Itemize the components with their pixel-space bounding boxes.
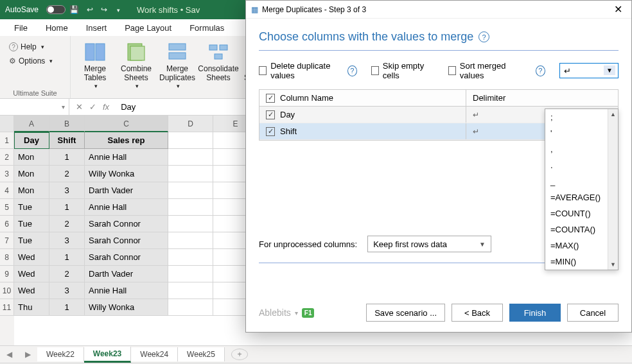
cell[interactable]: Thu — [14, 299, 49, 316]
row-header[interactable]: 11 — [0, 299, 14, 316]
row-header[interactable]: 5 — [0, 199, 14, 216]
help-button[interactable]: ?Help — [6, 41, 47, 53]
cell[interactable]: Day — [14, 132, 49, 149]
cell[interactable]: Wed — [14, 282, 49, 299]
unprocessed-select[interactable]: Keep first rows data▼ — [367, 236, 491, 252]
cell[interactable] — [168, 232, 213, 249]
cell[interactable] — [168, 216, 213, 232]
cell[interactable]: Tue — [14, 199, 49, 216]
skip-empty-checkbox[interactable]: Skip empty cells — [371, 61, 434, 80]
cell[interactable]: 3 — [49, 232, 85, 249]
sheet-tab[interactable]: Week24 — [131, 347, 178, 361]
column-header[interactable]: B — [49, 116, 85, 132]
cell[interactable] — [168, 182, 213, 199]
cell[interactable]: Annie Hall — [85, 199, 168, 216]
cell[interactable]: 2 — [49, 266, 85, 282]
column-header[interactable]: A — [14, 116, 49, 132]
select-all-corner[interactable] — [0, 116, 14, 132]
cell[interactable] — [168, 166, 213, 182]
cell[interactable] — [168, 282, 213, 299]
cell[interactable]: Tue — [14, 232, 49, 249]
cell[interactable]: Mon — [14, 149, 49, 166]
menu-insert[interactable]: Insert — [77, 21, 116, 35]
qat-dropdown-icon[interactable] — [115, 5, 120, 14]
undo-icon[interactable]: ↩ — [87, 5, 93, 14]
cell[interactable]: Wed — [14, 266, 49, 282]
cell[interactable] — [168, 299, 213, 316]
cell[interactable] — [168, 266, 213, 282]
save-icon[interactable]: 💾 — [69, 5, 79, 14]
cell[interactable]: Sales rep — [85, 132, 168, 149]
row-header[interactable]: 4 — [0, 182, 14, 199]
help-icon[interactable]: ? — [478, 31, 489, 42]
cell[interactable]: 3 — [49, 182, 85, 199]
column-header[interactable]: D — [168, 116, 213, 132]
scroll-up-icon[interactable]: ▲ — [608, 109, 618, 119]
help-icon[interactable]: ? — [347, 65, 357, 76]
cell[interactable]: Tue — [14, 216, 49, 232]
brand-label[interactable]: Ablebits ▾ F1 — [259, 308, 314, 318]
cell[interactable] — [168, 249, 213, 266]
cell[interactable]: Darth Vader — [85, 182, 168, 199]
cell[interactable]: Shift — [49, 132, 85, 149]
cell[interactable]: Willy Wonka — [85, 166, 168, 182]
cell[interactable]: Mon — [14, 166, 49, 182]
row-header[interactable]: 8 — [0, 249, 14, 266]
scroll-down-icon[interactable]: ▼ — [608, 259, 618, 270]
accept-formula-icon[interactable]: ✓ — [89, 102, 96, 112]
scrollbar[interactable]: ▲▼ — [608, 109, 618, 270]
row-checkbox[interactable] — [266, 127, 275, 136]
dialog-titlebar[interactable]: ▦Merge Duplicates - Step 3 of 3 ✕ — [246, 1, 631, 19]
cell[interactable] — [168, 199, 213, 216]
menu-page-layout[interactable]: Page Layout — [116, 21, 180, 35]
cell[interactable]: Mon — [14, 182, 49, 199]
options-button[interactable]: ⚙Options — [6, 55, 55, 67]
row-checkbox[interactable] — [266, 110, 275, 119]
delete-duplicates-checkbox[interactable]: Delete duplicate values? — [259, 61, 357, 80]
cell[interactable]: 2 — [49, 216, 85, 232]
cell[interactable]: Annie Hall — [85, 149, 168, 166]
finish-button[interactable]: Finish — [509, 304, 561, 322]
menu-home[interactable]: Home — [37, 21, 77, 35]
save-scenario-button[interactable]: Save scenario ... — [366, 304, 445, 322]
cell[interactable]: Sarah Connor — [85, 232, 168, 249]
merge-duplicates-button[interactable]: Merge Duplicates — [159, 39, 195, 89]
sheet-tab[interactable]: Week22 — [37, 347, 84, 361]
combine-sheets-button[interactable]: Combine Sheets — [118, 39, 154, 89]
row-header[interactable]: 2 — [0, 149, 14, 166]
cell[interactable]: 1 — [49, 299, 85, 316]
sort-merged-checkbox[interactable]: Sort merged values — [448, 61, 522, 80]
row-header[interactable]: 6 — [0, 216, 14, 232]
name-box[interactable]: ▾ — [0, 99, 69, 115]
cell[interactable]: Wed — [14, 249, 49, 266]
row-header[interactable]: 10 — [0, 282, 14, 299]
cell[interactable]: Sarah Connor — [85, 216, 168, 232]
add-sheet-button[interactable]: + — [231, 349, 248, 360]
close-button[interactable]: ✕ — [610, 3, 626, 15]
cell[interactable]: 2 — [49, 166, 85, 182]
column-header[interactable]: C — [85, 116, 168, 132]
cell[interactable]: 1 — [49, 199, 85, 216]
cell[interactable]: Darth Vader — [85, 266, 168, 282]
select-all-checkbox[interactable] — [266, 94, 275, 103]
cancel-formula-icon[interactable]: ✕ — [76, 102, 83, 112]
row-header[interactable]: 3 — [0, 166, 14, 182]
fx-icon[interactable]: fx — [103, 102, 109, 112]
cell[interactable]: Sarah Connor — [85, 249, 168, 266]
cell[interactable] — [168, 132, 213, 149]
consolidate-sheets-button[interactable]: Consolidate Sheets — [200, 39, 236, 83]
row-header[interactable]: 1 — [0, 132, 14, 149]
autosave-toggle[interactable] — [46, 5, 66, 14]
sheet-tab[interactable]: Week23 — [84, 347, 131, 363]
cell[interactable]: Willy Wonka — [85, 299, 168, 316]
menu-file[interactable]: File — [5, 21, 37, 35]
cell[interactable]: 1 — [49, 149, 85, 166]
cell[interactable]: 1 — [49, 249, 85, 266]
sheet-tab[interactable]: Week25 — [178, 347, 225, 361]
menu-formulas[interactable]: Formulas — [180, 21, 233, 35]
row-header[interactable]: 9 — [0, 266, 14, 282]
redo-icon[interactable]: ↪ — [101, 5, 107, 14]
help-icon[interactable]: ? — [536, 65, 545, 76]
cell[interactable]: 3 — [49, 282, 85, 299]
merge-tables-button[interactable]: Merge Tables — [77, 39, 113, 89]
